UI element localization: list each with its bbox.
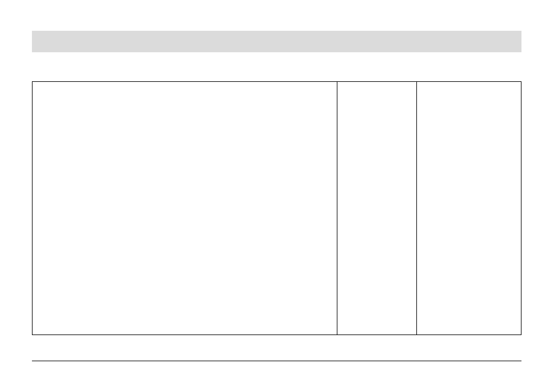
table-frame: [32, 81, 521, 335]
header-bar: [32, 31, 521, 52]
horizontal-rule: [32, 361, 521, 361]
column-divider: [337, 82, 337, 335]
column-divider: [416, 82, 417, 335]
